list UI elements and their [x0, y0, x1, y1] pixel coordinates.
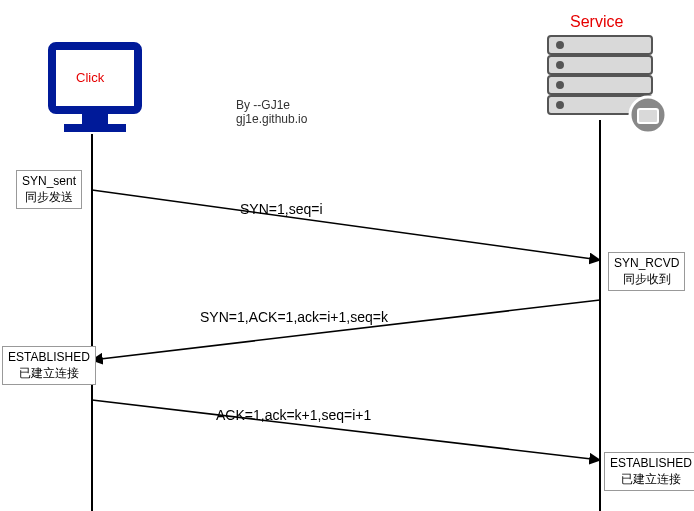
state-syn-sent: SYN_sent 同步发送 [16, 170, 82, 209]
svg-rect-12 [638, 109, 658, 123]
msg1-arrow [92, 190, 600, 260]
state-sub: 已建立连接 [621, 472, 681, 486]
credit-line2: gj1e.github.io [236, 112, 307, 128]
msg3-label: ACK=1,ack=k+1,seq=i+1 [216, 406, 371, 424]
state-sub: 同步收到 [623, 272, 671, 286]
client-icon [52, 46, 138, 132]
svg-point-7 [557, 42, 563, 48]
msg1-label: SYN=1,seq=i [240, 200, 323, 218]
state-title: SYN_sent [22, 174, 76, 188]
svg-point-9 [557, 82, 563, 88]
state-title: ESTABLISHED [8, 350, 90, 364]
svg-point-10 [557, 102, 563, 108]
state-title: ESTABLISHED [610, 456, 692, 470]
server-icon [548, 36, 666, 133]
state-sub: 同步发送 [25, 190, 73, 204]
msg2-label: SYN=1,ACK=1,ack=i+1,seq=k [200, 308, 388, 326]
state-established-server: ESTABLISHED 已建立连接 [604, 452, 694, 491]
svg-point-8 [557, 62, 563, 68]
state-sub: 已建立连接 [19, 366, 79, 380]
server-label: Service [570, 12, 623, 33]
svg-rect-2 [64, 124, 126, 132]
state-syn-rcvd: SYN_RCVD 同步收到 [608, 252, 685, 291]
state-established-client: ESTABLISHED 已建立连接 [2, 346, 96, 385]
svg-rect-1 [82, 114, 108, 124]
client-label: Click [76, 70, 104, 87]
state-title: SYN_RCVD [614, 256, 679, 270]
